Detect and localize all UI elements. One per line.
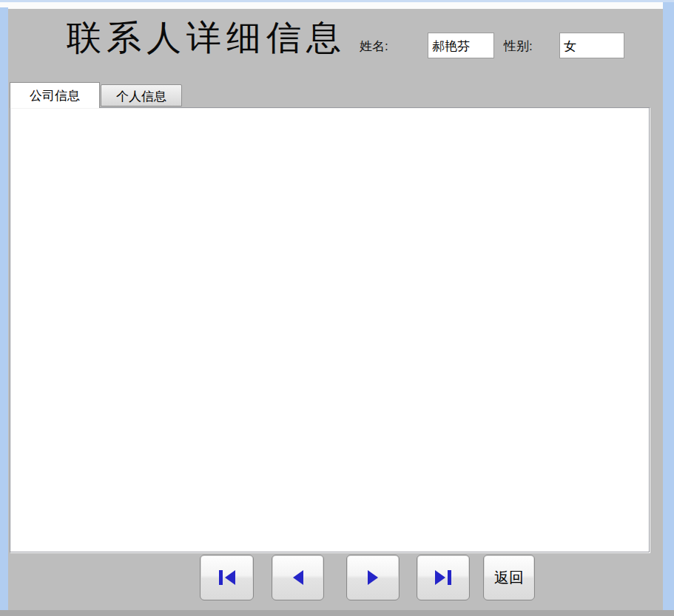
- tab-content-panel: [10, 107, 650, 552]
- next-record-button[interactable]: [346, 555, 400, 600]
- last-record-button[interactable]: [417, 555, 470, 600]
- tab-company-info[interactable]: 公司信息: [10, 82, 100, 108]
- first-record-icon: [219, 570, 223, 585]
- window-bottom-edge: [0, 610, 674, 616]
- header-name-label: 姓名:: [360, 38, 388, 55]
- previous-record-button[interactable]: [272, 555, 324, 600]
- return-button[interactable]: 返回: [483, 555, 535, 600]
- next-record-icon: [368, 570, 378, 585]
- window-left-edge: [0, 7, 8, 610]
- window-top-edge: [0, 0, 674, 2]
- last-record-icon: [435, 570, 445, 585]
- tab-personal-info[interactable]: 个人信息: [101, 84, 182, 106]
- previous-record-icon: [293, 570, 303, 585]
- page-title: 联系人详细信息: [67, 15, 346, 61]
- header-gender-label: 性别:: [504, 38, 533, 55]
- window-right-edge: [663, 2, 674, 610]
- header-name-field[interactable]: 郝艳芬: [428, 33, 494, 58]
- first-record-button[interactable]: [200, 555, 254, 600]
- header-gender-field[interactable]: 女: [559, 33, 624, 58]
